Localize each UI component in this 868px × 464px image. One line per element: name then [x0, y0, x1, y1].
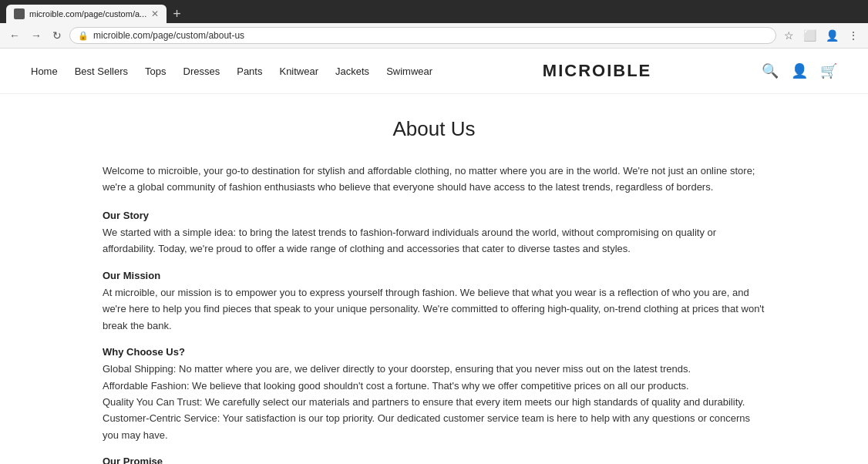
why-choose-body: Global Shipping: No matter where you are…: [103, 361, 765, 443]
address-bar[interactable]: 🔒: [69, 27, 776, 44]
website: Home Best Sellers Tops Dresses Pants Kni…: [0, 49, 868, 464]
reload-button[interactable]: ↻: [49, 28, 65, 43]
tab-title: microible.com/page/custom/a...: [29, 9, 146, 18]
main-content: About Us Welcome to microible, your go-t…: [87, 94, 781, 464]
our-mission-title: Our Mission: [103, 270, 765, 281]
page-title: About Us: [103, 117, 765, 141]
why-choose-title: Why Choose Us?: [103, 346, 765, 358]
our-story-section: Our Story We started with a simple idea:…: [103, 210, 765, 257]
site-logo[interactable]: MICROIBLE: [543, 61, 651, 81]
tab-close-button[interactable]: ✕: [151, 8, 159, 19]
cart-icon[interactable]: 🛒: [820, 62, 837, 79]
welcome-text: Welcome to microible, your go-to destina…: [103, 163, 765, 196]
nav-dresses[interactable]: Dresses: [183, 66, 220, 77]
tab-bar: microible.com/page/custom/a... ✕ +: [6, 5, 862, 23]
nav-home[interactable]: Home: [31, 66, 58, 77]
our-story-body: We started with a simple idea: to bring …: [103, 224, 765, 257]
browser-toolbar: ← → ↻ 🔒 ☆ ⬜ 👤 ⋮: [0, 23, 868, 49]
our-story-title: Our Story: [103, 210, 765, 221]
search-icon[interactable]: 🔍: [762, 62, 779, 79]
tab-favicon: [14, 8, 25, 19]
nav-links: Home Best Sellers Tops Dresses Pants Kni…: [31, 66, 432, 77]
nav-jackets[interactable]: Jackets: [335, 66, 369, 77]
new-tab-button[interactable]: +: [170, 6, 184, 22]
menu-button[interactable]: ⋮: [845, 28, 862, 43]
nav-action-icons: 🔍 👤 🛒: [762, 62, 837, 79]
account-icon[interactable]: 👤: [791, 62, 808, 79]
our-mission-section: Our Mission At microible, our mission is…: [103, 270, 765, 334]
browser-chrome: microible.com/page/custom/a... ✕ +: [0, 0, 868, 23]
our-promise-section: Our Promise At microible, we promise to …: [103, 456, 765, 464]
forward-button[interactable]: →: [28, 28, 45, 43]
nav-tops[interactable]: Tops: [145, 66, 166, 77]
profile-button[interactable]: 👤: [823, 28, 842, 43]
our-mission-body: At microible, our mission is to empower …: [103, 284, 765, 334]
screenshot-button[interactable]: ⬜: [800, 28, 819, 43]
our-promise-title: Our Promise: [103, 456, 765, 464]
lock-icon: 🔒: [78, 31, 89, 41]
nav-swimwear[interactable]: Swimwear: [386, 66, 432, 77]
active-tab[interactable]: microible.com/page/custom/a... ✕: [6, 5, 167, 23]
url-input[interactable]: [93, 30, 768, 41]
site-nav: Home Best Sellers Tops Dresses Pants Kni…: [0, 49, 868, 94]
bookmark-button[interactable]: ☆: [781, 28, 797, 43]
nav-pants[interactable]: Pants: [237, 66, 262, 77]
toolbar-right-icons: ☆ ⬜ 👤 ⋮: [781, 28, 862, 43]
nav-knitwear[interactable]: Knitwear: [279, 66, 318, 77]
why-choose-section: Why Choose Us? Global Shipping: No matte…: [103, 346, 765, 443]
nav-best-sellers[interactable]: Best Sellers: [75, 66, 128, 77]
back-button[interactable]: ←: [6, 28, 23, 43]
